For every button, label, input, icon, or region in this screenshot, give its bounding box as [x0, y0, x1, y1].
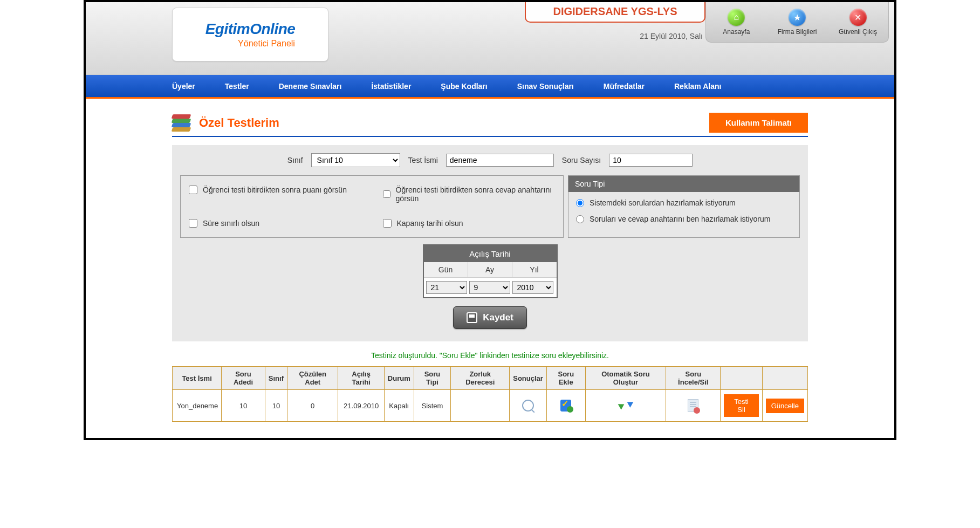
table-header-row: Test İsmi Soru Adedi Sınıf Çözülen Adet …	[173, 367, 808, 390]
page-title: Özel Testlerim	[199, 116, 279, 130]
th-grade: Sınıf	[265, 367, 287, 390]
th-status: Durum	[384, 367, 414, 390]
show-score-option[interactable]: Öğrenci testi bitirdikten sonra puanı gö…	[189, 186, 361, 194]
logout-button[interactable]: ✕ Güvenli Çıkış	[827, 2, 888, 42]
day-select[interactable]: 21	[426, 281, 467, 294]
auto-question-icon	[619, 399, 632, 412]
cell-results[interactable]	[510, 390, 547, 422]
nav-tests[interactable]: Testler	[225, 82, 249, 91]
question-type-panel: Soru Tipi Sistemdeki sorulardan hazırlam…	[568, 175, 800, 238]
save-label: Kaydet	[483, 312, 513, 323]
show-score-checkbox[interactable]	[189, 186, 197, 194]
quick-buttons-bar: ⌂ Anasayfa ★ Firma Bilgileri ✕ Güvenli Ç…	[705, 2, 889, 43]
th-update	[762, 367, 807, 390]
save-icon	[467, 312, 477, 323]
qtype-system-radio[interactable]	[576, 199, 584, 207]
th-question-count: Soru Adedi	[222, 367, 265, 390]
th-results: Sonuçlar	[510, 367, 547, 390]
tests-table: Test İsmi Soru Adedi Sınıf Çözülen Adet …	[172, 366, 808, 422]
question-count-input[interactable]	[609, 154, 693, 167]
cell-status: Kapalı	[384, 390, 414, 422]
add-question-icon	[560, 400, 571, 412]
close-date-label: Kapanış tarihi olsun	[397, 219, 463, 228]
nav-exam-results[interactable]: Sınav Sonuçları	[517, 82, 574, 91]
cell-open-date: 21.09.2010	[338, 390, 384, 422]
test-name-input[interactable]	[446, 154, 554, 167]
cell-delete: Testi Sil	[721, 390, 762, 422]
current-date: 21 Eylül 2010, Salı	[640, 32, 703, 40]
year-select[interactable]: 2010	[512, 281, 553, 294]
nav-trial-exams[interactable]: Deneme Sınavları	[279, 82, 342, 91]
header: EgitimOnline Yönetici Paneli DIGIDERSANE…	[86, 2, 894, 75]
logo-sub: Yönetici Paneli	[238, 39, 295, 49]
show-score-label: Öğrenci testi bitirdikten sonra puanı gö…	[203, 186, 347, 194]
th-test-name: Test İsmi	[173, 367, 222, 390]
nav-curricula[interactable]: Müfredatlar	[604, 82, 645, 91]
th-open-date: Açılış Tarihi	[338, 367, 384, 390]
show-key-checkbox[interactable]	[383, 190, 390, 198]
year-col-label: Yıl	[512, 262, 557, 277]
grade-label: Sınıf	[287, 156, 303, 164]
form-basic-row: Sınıf Sınıf 10 Test İsmi Soru Sayısı	[180, 153, 800, 167]
logo: EgitimOnline Yönetici Paneli	[172, 8, 328, 61]
page-title-row: Özel Testlerim Kullanım Talimatı	[172, 109, 808, 137]
time-limit-option[interactable]: Süre sınırlı olsun	[189, 219, 361, 228]
th-qtype: Soru Tipi	[414, 367, 451, 390]
home-button[interactable]: ⌂ Anasayfa	[706, 2, 767, 42]
open-date-title: Açılış Tarihi	[424, 245, 557, 262]
home-icon: ⌂	[728, 9, 745, 26]
company-info-label: Firma Bilgileri	[778, 28, 817, 36]
table-row: Yon_deneme 10 10 0 21.09.2010 Kapalı Sis…	[173, 390, 808, 422]
cell-test-name: Yon_deneme	[173, 390, 222, 422]
form-block: Sınıf Sınıf 10 Test İsmi Soru Sayısı Öğr…	[172, 145, 808, 341]
cell-auto-question[interactable]	[585, 390, 666, 422]
cell-review-delete[interactable]	[666, 390, 721, 422]
qtype-system-label: Sistemdeki sorulardan hazırlamak istiyor…	[590, 198, 736, 207]
nav-branch-codes[interactable]: Şube Kodları	[441, 82, 487, 91]
show-key-option[interactable]: Öğrenci testi bitirdikten sonra cevap an…	[383, 186, 556, 203]
nav-ad-area[interactable]: Reklam Alanı	[674, 82, 721, 91]
test-name-label: Test İsmi	[408, 156, 438, 164]
open-date-box: Açılış Tarihi Gün Ay Yıl 21 9 2010	[423, 244, 558, 298]
cell-qtype: Sistem	[414, 390, 451, 422]
nav-statistics[interactable]: İstatistikler	[371, 82, 411, 91]
logout-label: Güvenli Çıkış	[839, 28, 877, 36]
cell-question-count: 10	[222, 390, 265, 422]
time-limit-checkbox[interactable]	[189, 219, 197, 228]
grade-select[interactable]: Sınıf 10	[311, 153, 400, 167]
save-button[interactable]: Kaydet	[453, 306, 527, 329]
th-review-delete: Soru İncele/Sil	[666, 367, 721, 390]
th-add-question: Soru Ekle	[546, 367, 585, 390]
qtype-manual-option[interactable]: Soruları ve cevap anahtarını ben hazırla…	[576, 215, 792, 223]
month-select[interactable]: 9	[469, 281, 510, 294]
day-col-label: Gün	[424, 262, 468, 277]
books-icon	[172, 114, 194, 132]
qtype-manual-label: Soruları ve cevap anahtarını ben hazırla…	[590, 215, 770, 223]
cell-add-question[interactable]	[546, 390, 585, 422]
update-test-button[interactable]: Güncelle	[766, 399, 804, 413]
star-icon: ★	[789, 9, 806, 26]
month-col-label: Ay	[468, 262, 512, 277]
time-limit-label: Süre sınırlı olsun	[203, 219, 259, 228]
qtype-system-option[interactable]: Sistemdeki sorulardan hazırlamak istiyor…	[576, 198, 792, 207]
nav-members[interactable]: Üyeler	[172, 82, 195, 91]
home-label: Anasayfa	[723, 28, 750, 36]
th-solved: Çözülen Adet	[287, 367, 338, 390]
question-type-title: Soru Tipi	[568, 176, 799, 192]
qtype-manual-radio[interactable]	[576, 215, 584, 223]
company-info-button[interactable]: ★ Firma Bilgileri	[767, 2, 828, 42]
cell-solved: 0	[287, 390, 338, 422]
main-nav: Üyeler Testler Deneme Sınavları İstatist…	[86, 75, 894, 99]
company-name: DIGIDERSANE YGS-LYS	[525, 2, 705, 23]
th-difficulty: Zorluk Derecesi	[451, 367, 510, 390]
logo-main: EgitimOnline	[205, 20, 296, 38]
question-count-label: Soru Sayısı	[562, 156, 601, 164]
cell-grade: 10	[265, 390, 287, 422]
delete-test-button[interactable]: Testi Sil	[724, 394, 758, 417]
th-auto-question: Otomatik Soru Oluştur	[585, 367, 666, 390]
close-date-option[interactable]: Kapanış tarihi olsun	[383, 219, 556, 228]
success-message: Testiniz oluşturuldu. "Soru Ekle" linkin…	[172, 351, 808, 360]
review-delete-icon	[688, 399, 698, 412]
close-date-checkbox[interactable]	[383, 219, 392, 228]
usage-instructions-button[interactable]: Kullanım Talimatı	[709, 113, 808, 133]
